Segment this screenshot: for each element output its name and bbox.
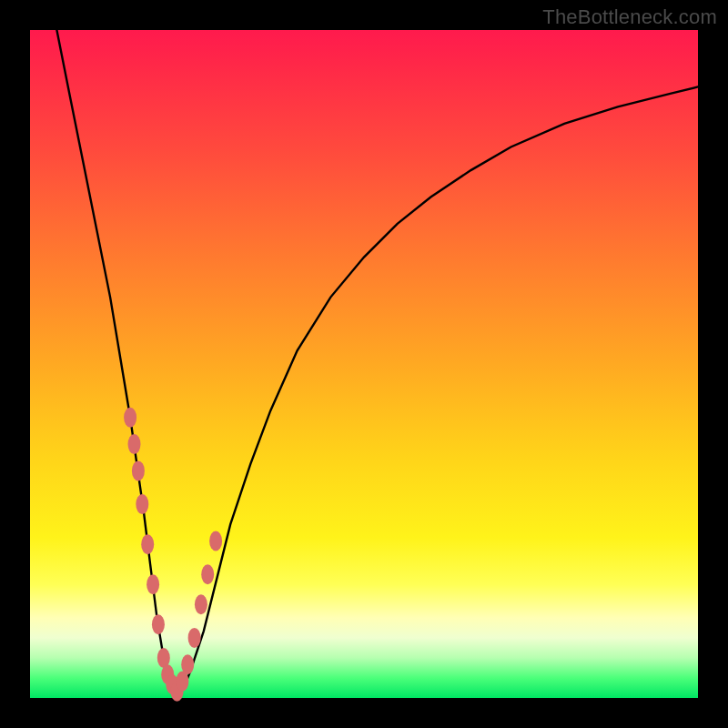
watermark-text: TheBottleneck.com bbox=[542, 5, 717, 29]
marker-dot bbox=[188, 628, 201, 648]
marker-dot bbox=[147, 574, 159, 594]
chart-frame: TheBottleneck.com bbox=[0, 0, 728, 728]
marker-dot bbox=[181, 654, 194, 674]
marker-dot bbox=[128, 434, 141, 454]
marker-dot bbox=[141, 534, 154, 554]
marker-dot bbox=[209, 531, 222, 551]
chart-svg bbox=[30, 30, 698, 698]
marker-group bbox=[124, 408, 222, 702]
marker-dot bbox=[152, 614, 165, 634]
marker-dot bbox=[132, 460, 145, 480]
marker-dot bbox=[136, 494, 148, 514]
plot-area bbox=[30, 30, 698, 698]
marker-dot bbox=[124, 408, 136, 428]
marker-dot bbox=[201, 564, 214, 584]
marker-dot bbox=[195, 594, 207, 614]
